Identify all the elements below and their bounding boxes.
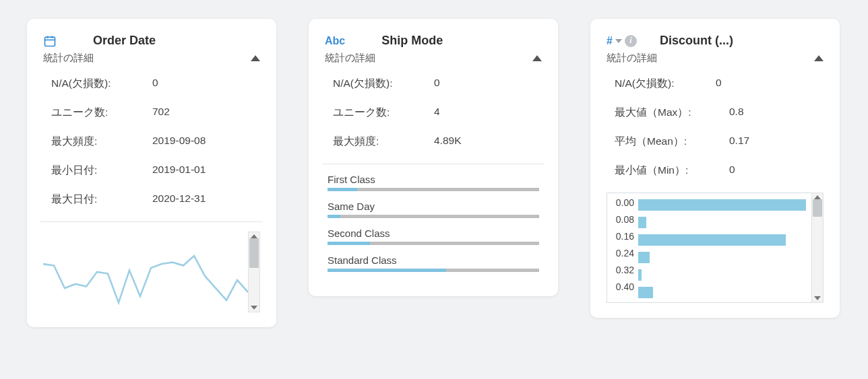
hist-y-label: 0.24	[610, 248, 634, 259]
bar-label: Standard Class	[328, 254, 539, 266]
bar-fill	[328, 188, 357, 191]
hist-y-label: 0.08	[610, 214, 634, 225]
stat-row: ユニーク数:702	[51, 106, 256, 120]
bar-fill	[328, 242, 370, 245]
stats-toggle-label: 統計の詳細	[607, 52, 657, 65]
stat-row: ユニーク数:4	[333, 106, 538, 120]
vertical-scrollbar[interactable]	[248, 232, 260, 312]
svg-rect-0	[45, 37, 55, 46]
category-bars: First ClassSame DaySecond ClassStandard …	[325, 174, 542, 272]
stats-toggle-label: 統計の詳細	[43, 52, 94, 65]
stats-toggle[interactable]: 統計の詳細	[325, 52, 542, 65]
bar-fill	[328, 269, 446, 272]
stat-row: 最小値（Min）:0	[615, 164, 819, 178]
card-header: Order Date	[43, 34, 260, 48]
hist-bar	[638, 269, 642, 281]
scroll-down-icon[interactable]	[814, 296, 821, 300]
card-title: Ship Mode	[381, 34, 542, 48]
hist-y-label: 0.16	[610, 231, 634, 242]
bar-label: Same Day	[328, 201, 539, 212]
divider	[40, 221, 263, 222]
chevron-up-icon	[814, 55, 824, 61]
stat-row: 最大値（Max）:0.8	[615, 106, 819, 120]
stats-toggle-label: 統計の詳細	[325, 52, 375, 65]
calendar-icon	[43, 34, 57, 48]
bar-block: Standard Class	[325, 254, 542, 272]
bar-fill	[328, 215, 340, 218]
info-icon[interactable]: i	[625, 35, 637, 47]
bar-track	[328, 269, 539, 272]
hist-bar	[638, 234, 786, 246]
hist-y-label: 0.40	[610, 281, 634, 292]
hist-bar	[638, 217, 646, 228]
card-title: Discount (...)	[660, 34, 824, 48]
text-type-icon: Abc	[325, 35, 345, 47]
bar-label: Second Class	[328, 228, 539, 239]
bar-block: Second Class	[325, 228, 542, 245]
stats-toggle[interactable]: 統計の詳細	[43, 52, 260, 65]
column-card-discount: # i Discount (...) 統計の詳細 N/A(欠損数):0 最大値（…	[590, 19, 840, 318]
scroll-thumb[interactable]	[813, 199, 822, 217]
column-card-order-date: Order Date 統計の詳細 N/A(欠損数):0 ユニーク数:702 最大…	[27, 19, 276, 327]
stats-block: N/A(欠損数):0 最大値（Max）:0.8 平均（Mean）:0.17 最小…	[607, 77, 824, 178]
stat-row: 最大頻度:4.89K	[333, 135, 538, 149]
card-header: Abc Ship Mode	[325, 34, 542, 48]
card-header: # i Discount (...)	[607, 34, 824, 48]
bar-track	[328, 215, 539, 218]
histogram-bars	[638, 197, 806, 298]
vertical-scrollbar[interactable]	[811, 193, 824, 303]
bar-block: First Class	[325, 174, 542, 191]
bar-label: First Class	[328, 174, 539, 185]
column-card-ship-mode: Abc Ship Mode 統計の詳細 N/A(欠損数):0 ユニーク数:4 最…	[309, 19, 558, 296]
stats-block: N/A(欠損数):0 ユニーク数:4 最大頻度:4.89K	[325, 77, 542, 149]
histogram-area: 0.000.080.160.240.320.40	[607, 193, 824, 303]
stat-row: N/A(欠損数):0	[51, 77, 256, 91]
hist-bar	[638, 252, 650, 263]
hist-y-label: 0.32	[610, 265, 634, 275]
hist-y-label: 0.00	[610, 197, 634, 208]
scroll-thumb[interactable]	[249, 238, 259, 268]
bar-track	[328, 242, 539, 245]
stat-row: N/A(欠損数):0	[615, 77, 819, 91]
divider	[322, 164, 545, 164]
stats-toggle[interactable]: 統計の詳細	[607, 52, 824, 65]
chevron-up-icon	[532, 55, 542, 61]
chevron-down-icon[interactable]	[615, 39, 622, 43]
stat-row: N/A(欠損数):0	[333, 77, 538, 91]
card-title: Order Date	[93, 34, 260, 48]
sparkline-svg	[43, 232, 248, 312]
stat-row: 平均（Mean）:0.17	[615, 135, 819, 149]
bar-block: Same Day	[325, 201, 542, 218]
chevron-up-icon	[251, 55, 260, 61]
histogram-y-labels: 0.000.080.160.240.320.40	[610, 197, 638, 292]
scroll-down-icon[interactable]	[251, 306, 257, 310]
hist-bar	[638, 199, 806, 211]
number-type-icon: # i	[607, 35, 637, 47]
stats-block: N/A(欠損数):0 ユニーク数:702 最大頻度:2019-09-08 最小日…	[43, 77, 260, 207]
stat-row: 最大日付:2020-12-31	[51, 193, 256, 207]
bar-track	[328, 188, 539, 191]
stat-row: 最小日付:2019-01-01	[51, 164, 256, 178]
stat-row: 最大頻度:2019-09-08	[51, 135, 256, 149]
sparkline-area	[43, 232, 260, 312]
hist-bar	[638, 287, 653, 298]
